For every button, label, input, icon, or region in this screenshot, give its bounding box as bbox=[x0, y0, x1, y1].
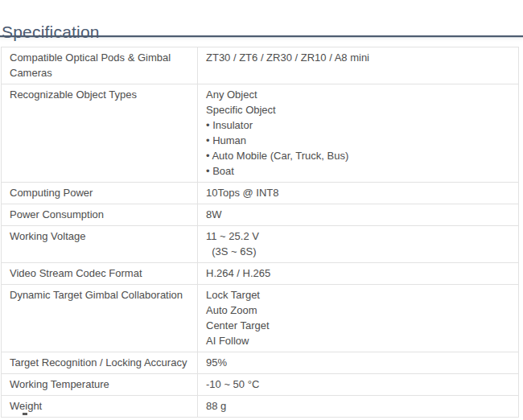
spec-value-line: (3S ~ 6S) bbox=[206, 244, 510, 259]
table-row: Working Voltage11 ~ 25.2 V (3S ~ 6S) bbox=[2, 226, 519, 263]
spec-value-cell: -10 ~ 50 °C bbox=[198, 374, 519, 396]
spec-value-line: Auto Zoom bbox=[206, 303, 510, 318]
table-row: Working Temperature-10 ~ 50 °C bbox=[2, 374, 519, 396]
specification-table: Compatible Optical Pods & Gimbal Cameras… bbox=[1, 47, 519, 418]
spec-value-line: Specific Object bbox=[206, 102, 510, 117]
spec-value-cell: H.264 / H.265 bbox=[198, 263, 519, 285]
spec-value-line: Lock Target bbox=[206, 287, 510, 303]
spec-value-line: ZT30 / ZT6 / ZR30 / ZR10 / A8 mini bbox=[206, 50, 510, 65]
title-underline-rule bbox=[0, 35, 523, 37]
spec-label-cell: Weight bbox=[2, 396, 198, 418]
spec-value-cell: Lock TargetAuto ZoomCenter TargetAI Foll… bbox=[198, 285, 519, 352]
spec-value-line: 11 ~ 25.2 V bbox=[206, 229, 510, 244]
spec-value-cell: 10Tops @ INT8 bbox=[198, 183, 519, 204]
spec-value-line: 8W bbox=[206, 207, 510, 222]
spec-value-line: Any Object bbox=[206, 87, 510, 102]
table-row: Weight88 g bbox=[2, 396, 519, 418]
spec-value-cell: 8W bbox=[198, 204, 519, 226]
spec-label-cell: Computing Power bbox=[2, 183, 198, 204]
cutoff-content-fragment bbox=[23, 413, 27, 415]
table-row: Compatible Optical Pods & Gimbal Cameras… bbox=[2, 47, 519, 84]
page-title: Specification bbox=[2, 22, 100, 43]
spec-label-cell: Power Consumption bbox=[2, 204, 198, 226]
spec-value-cell: 95% bbox=[198, 352, 519, 374]
spec-value-line: • Human bbox=[206, 133, 510, 148]
spec-value-line: Center Target bbox=[206, 318, 510, 333]
table-row: Power Consumption8W bbox=[2, 204, 519, 226]
spec-value-line: 88 g bbox=[206, 398, 510, 414]
spec-label-cell: Target Recognition / Locking Accuracy bbox=[2, 352, 198, 374]
spec-label-cell: Video Stream Codec Format bbox=[2, 263, 198, 285]
spec-label-cell: Working Voltage bbox=[2, 226, 198, 263]
table-row: Video Stream Codec FormatH.264 / H.265 bbox=[2, 263, 519, 285]
spec-value-line: AI Follow bbox=[206, 333, 510, 348]
table-row: Target Recognition / Locking Accuracy95% bbox=[2, 352, 519, 374]
spec-value-line: H.264 / H.265 bbox=[206, 266, 510, 281]
spec-value-cell: 88 g bbox=[198, 396, 519, 418]
spec-value-cell: ZT30 / ZT6 / ZR30 / ZR10 / A8 mini bbox=[198, 47, 519, 84]
spec-value-line: -10 ~ 50 °C bbox=[206, 377, 510, 392]
spec-value-line: 10Tops @ INT8 bbox=[206, 185, 510, 200]
spec-value-line: • Boat bbox=[206, 163, 510, 179]
spec-value-cell: Any ObjectSpecific Object• Insulator• Hu… bbox=[198, 84, 519, 183]
spec-label-cell: Dynamic Target Gimbal Collaboration bbox=[2, 285, 198, 352]
table-row: Recognizable Object TypesAny ObjectSpeci… bbox=[2, 84, 519, 183]
spec-value-line: 95% bbox=[206, 355, 510, 370]
spec-value-line: • Auto Mobile (Car, Truck, Bus) bbox=[206, 148, 510, 163]
table-row: Dynamic Target Gimbal CollaborationLock … bbox=[2, 285, 519, 352]
spec-label-cell: Compatible Optical Pods & Gimbal Cameras bbox=[2, 47, 198, 84]
spec-table-body: Compatible Optical Pods & Gimbal Cameras… bbox=[2, 47, 519, 418]
table-row: Computing Power10Tops @ INT8 bbox=[2, 183, 519, 204]
spec-value-cell: 11 ~ 25.2 V (3S ~ 6S) bbox=[198, 226, 519, 263]
spec-value-line: • Insulator bbox=[206, 117, 510, 133]
spec-label-cell: Recognizable Object Types bbox=[2, 84, 198, 183]
spec-label-cell: Working Temperature bbox=[2, 374, 198, 396]
